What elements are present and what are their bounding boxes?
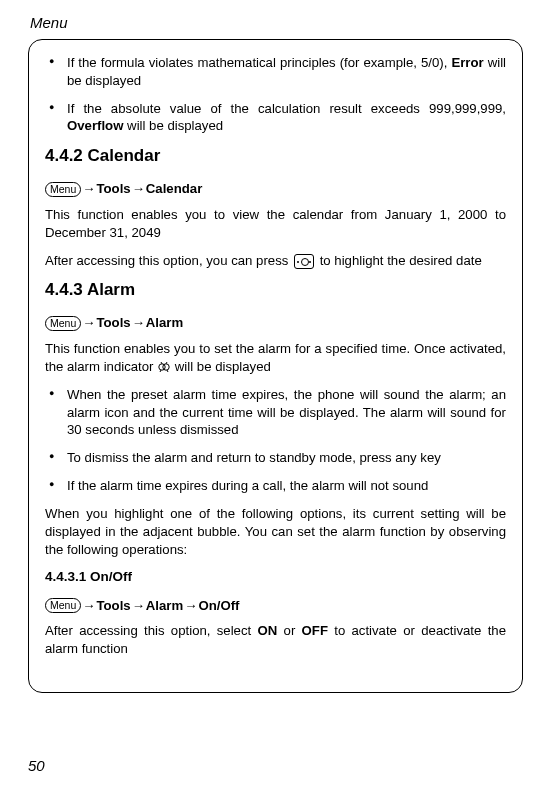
arrow-icon: → [131,180,146,198]
bullet-group-2: When the preset alarm time expires, the … [45,386,506,495]
heading-alarm: 4.4.3 Alarm [45,279,506,302]
arrow-icon: → [81,314,96,332]
crumb-item: Tools [96,314,130,332]
crumb-item: Alarm [146,314,183,332]
arrow-icon: → [131,314,146,332]
paragraph: After accessing this option, you can pre… [45,252,506,270]
text: If the absolute value of the calculation… [67,101,506,116]
text: to highlight the desired date [316,253,482,268]
text-bold: Error [451,55,483,70]
text: After accessing this option, select [45,623,257,638]
content-box: If the formula violates mathematical pri… [28,39,523,693]
paragraph: This function enables you to view the ca… [45,206,506,242]
page-number: 50 [28,757,45,774]
menu-badge-icon: Menu [45,316,81,331]
arrow-icon: → [81,597,96,615]
breadcrumb: Menu→Tools→Calendar [45,180,506,198]
text: This function enables you to set the ala… [45,341,506,374]
crumb-item: Tools [96,180,130,198]
list-item: To dismiss the alarm and return to stand… [45,449,506,467]
text: If the formula violates mathematical pri… [67,55,451,70]
breadcrumb: Menu→Tools→Alarm→On/Off [45,597,506,615]
svg-point-1 [163,363,169,369]
list-item: When the preset alarm time expires, the … [45,386,506,439]
menu-badge-icon: Menu [45,598,81,613]
paragraph: When you highlight one of the following … [45,505,506,558]
arrow-icon: → [183,597,198,615]
svg-line-5 [167,370,168,372]
crumb-item: On/Off [198,597,239,615]
text: will be displayed [171,359,271,374]
list-item: If the alarm time expires during a call,… [45,477,506,495]
svg-line-4 [160,370,161,372]
text-bold: Overflow [67,118,123,133]
text: or [277,623,301,638]
arrow-icon: → [131,597,146,615]
arrow-icon: → [81,180,96,198]
list-item: If the absolute value of the calculation… [45,100,506,136]
heading-calendar: 4.4.2 Calendar [45,145,506,168]
alarm-indicator-icon [157,361,171,375]
heading-onoff: 4.4.3.1 On/Off [45,568,506,586]
paragraph: This function enables you to set the ala… [45,340,506,376]
nav-key-icon [294,254,314,269]
paragraph: After accessing this option, select ON o… [45,622,506,658]
list-item: If the formula violates mathematical pri… [45,54,506,90]
breadcrumb: Menu→Tools→Alarm [45,314,506,332]
page-header: Menu [28,14,523,31]
text-bold: OFF [302,623,328,638]
text-bold: ON [257,623,277,638]
text: After accessing this option, you can pre… [45,253,292,268]
menu-badge-icon: Menu [45,182,81,197]
text: will be displayed [123,118,223,133]
crumb-item: Alarm [146,597,183,615]
crumb-item: Tools [96,597,130,615]
bullet-group-1: If the formula violates mathematical pri… [45,54,506,135]
crumb-item: Calendar [146,180,202,198]
